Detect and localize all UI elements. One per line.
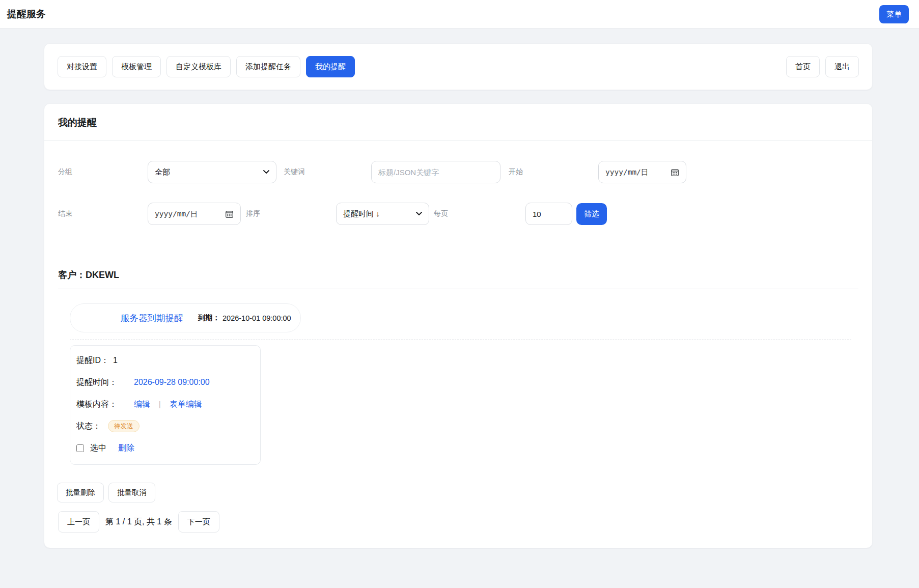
reminder-time-link[interactable]: 2026-09-28 09:00:00 (134, 374, 210, 390)
end-date-input[interactable]: yyyy/mm/日 (148, 203, 241, 225)
per-page-input[interactable] (525, 203, 572, 225)
batch-delete-button[interactable]: 批量删除 (57, 483, 104, 502)
pagination: 上一页 第 1 / 1 页, 共 1 条 下一页 (44, 502, 872, 533)
reminder-id-label: 提醒ID： (76, 352, 109, 369)
status-row: 状态： 待发送 (76, 418, 252, 434)
status-label: 状态： (76, 418, 101, 434)
form-edit-link[interactable]: 表单编辑 (170, 396, 202, 412)
start-label: 开始 (509, 167, 598, 177)
chevron-down-icon (263, 170, 269, 174)
app-title: 提醒服务 (7, 8, 46, 21)
select-row: 选中 删除 (76, 440, 252, 456)
chevron-down-icon (416, 212, 422, 216)
group-select-value: 全部 (155, 167, 170, 177)
nav-card: 对接设置 模板管理 自定义模板库 添加提醒任务 我的提醒 首页 退出 (44, 43, 873, 90)
delete-link[interactable]: 删除 (118, 440, 134, 456)
tab-connect-settings[interactable]: 对接设置 (58, 56, 106, 77)
filter-row-1: 分组 全部 关键词 开始 yyyy/mm/日 (58, 161, 858, 183)
per-page-label: 每页 (434, 209, 525, 218)
link-separator: | (159, 396, 161, 412)
tab-custom-template-library[interactable]: 自定义模板库 (166, 56, 231, 77)
nav-actions: 首页 退出 (786, 56, 859, 77)
nav-tabs: 对接设置 模板管理 自定义模板库 添加提醒任务 我的提醒 (58, 56, 355, 77)
group-label: 分组 (58, 167, 148, 177)
group-select[interactable]: 全部 (148, 161, 276, 183)
customer-section: 客户：DKEWL 服务器到期提醒 到期： 2026-10-01 09:00:00… (44, 244, 872, 465)
due-time: 2026-10-01 09:00:00 (222, 314, 291, 322)
reminder-id-value: 1 (113, 352, 118, 369)
dashed-divider (70, 340, 851, 340)
reminder-header: 服务器到期提醒 到期： 2026-10-01 09:00:00 (70, 303, 301, 332)
next-page-button[interactable]: 下一页 (178, 511, 219, 533)
logout-button[interactable]: 退出 (825, 56, 859, 77)
menu-button[interactable]: 菜单 (879, 5, 909, 23)
home-button[interactable]: 首页 (786, 56, 820, 77)
reminder-time-row: 提醒时间： 2026-09-28 09:00:00 (76, 374, 252, 390)
batch-cancel-button[interactable]: 批量取消 (108, 483, 155, 502)
keyword-label: 关键词 (284, 167, 371, 177)
reminder-group: 服务器到期提醒 到期： 2026-10-01 09:00:00 提醒ID： 1 … (70, 289, 858, 465)
due-label: 到期： (198, 313, 220, 323)
reminder-id-row: 提醒ID： 1 (76, 352, 252, 369)
edit-link[interactable]: 编辑 (134, 396, 150, 412)
prev-page-button[interactable]: 上一页 (58, 511, 99, 533)
tab-add-reminder-task[interactable]: 添加提醒任务 (236, 56, 300, 77)
tab-my-reminders[interactable]: 我的提醒 (306, 56, 355, 77)
end-date-placeholder: yyyy/mm/日 (155, 209, 198, 219)
filter-section: 分组 全部 关键词 开始 yyyy/mm/日 结束 (44, 141, 872, 225)
customer-label: 客户： (58, 270, 86, 280)
reminder-detail-card: 提醒ID： 1 提醒时间： 2026-09-28 09:00:00 模板内容： … (70, 345, 261, 465)
end-label: 结束 (58, 209, 148, 218)
calendar-icon[interactable] (671, 168, 679, 177)
batch-actions: 批量删除 批量取消 (44, 465, 872, 502)
top-bar: 提醒服务 菜单 (0, 0, 919, 29)
start-date-placeholder: yyyy/mm/日 (605, 167, 648, 177)
reminder-title-link[interactable]: 服务器到期提醒 (121, 312, 183, 324)
sort-select[interactable]: 提醒时间 ↓ (336, 203, 429, 225)
reminder-time-label: 提醒时间： (76, 374, 134, 390)
calendar-icon[interactable] (225, 210, 234, 218)
panel-title: 我的提醒 (44, 104, 872, 141)
sort-select-value: 提醒时间 ↓ (343, 209, 380, 219)
template-label: 模板内容： (76, 396, 134, 412)
keyword-input[interactable] (371, 161, 500, 183)
filter-button[interactable]: 筛选 (576, 203, 607, 225)
customer-name: DKEWL (86, 270, 119, 280)
start-date-input[interactable]: yyyy/mm/日 (598, 161, 686, 183)
my-reminders-panel: 我的提醒 分组 全部 关键词 开始 yyyy/mm/日 (44, 103, 873, 548)
template-row: 模板内容： 编辑 | 表单编辑 (76, 396, 252, 412)
sort-label: 排序 (246, 209, 336, 218)
filter-row-2: 结束 yyyy/mm/日 排序 提醒时间 ↓ 每页 筛选 (58, 203, 858, 225)
customer-title: 客户：DKEWL (58, 269, 858, 281)
status-badge: 待发送 (108, 420, 140, 432)
select-checkbox[interactable] (76, 444, 84, 452)
page-info: 第 1 / 1 页, 共 1 条 (105, 517, 172, 527)
select-label: 选中 (90, 440, 106, 456)
tab-template-management[interactable]: 模板管理 (112, 56, 161, 77)
